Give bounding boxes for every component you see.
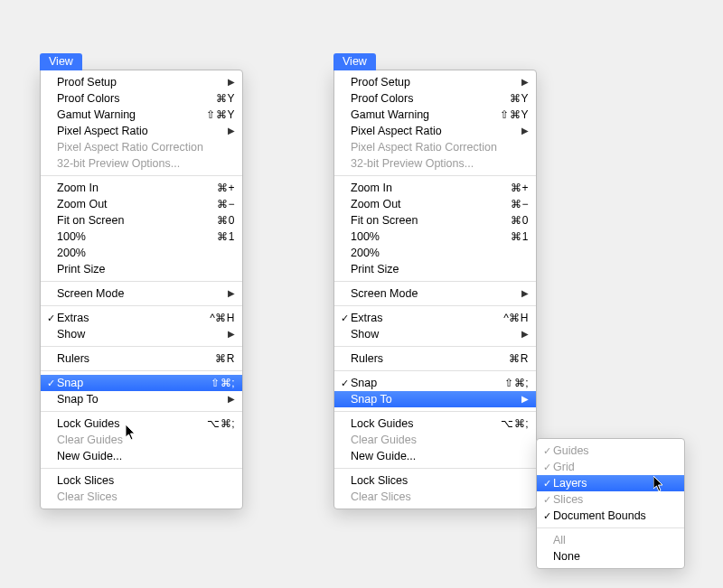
menu-item-zoom-200[interactable]: 200%: [41, 245, 242, 261]
menu-item-label: Zoom Out: [351, 196, 496, 212]
menu-item-show[interactable]: Show▶: [41, 326, 242, 342]
menu-item-pixel-aspect-ratio[interactable]: Pixel Aspect Ratio▶: [41, 123, 242, 139]
menu-separator: [41, 370, 242, 371]
menu-item-show[interactable]: Show▶: [334, 326, 536, 342]
menu-shortcut: ⌘0: [202, 212, 235, 229]
menu-item-zoom-out[interactable]: Zoom Out⌘−: [41, 196, 242, 212]
menu-separator: [334, 468, 536, 469]
menu-item-lock-guides[interactable]: Lock Guides⌥⌘;: [334, 415, 536, 432]
menu-shortcut: ⇧⌘;: [496, 375, 529, 391]
check-icon: ✓: [338, 375, 351, 391]
menu-item-label: Guides: [553, 443, 677, 459]
menu-item-zoom-in[interactable]: Zoom In⌘+: [334, 180, 536, 196]
menu-shortcut: ⌘Y: [496, 90, 529, 107]
check-icon: ✓: [540, 459, 553, 475]
menu-item-rulers[interactable]: Rulers⌘R: [334, 350, 536, 367]
menu-item-label: Snap To: [351, 391, 516, 407]
menu-item-label: Pixel Aspect Ratio Correction: [351, 139, 529, 155]
check-icon: ✓: [540, 508, 553, 524]
menu-item-clear-guides: Clear Guides: [334, 432, 536, 448]
menu-separator: [41, 305, 242, 306]
menu-item-label: Clear Slices: [57, 489, 235, 505]
menu-item-proof-colors[interactable]: Proof Colors⌘Y: [41, 90, 242, 107]
snap-to-submenu[interactable]: ✓Guides✓Grid✓Layers✓Slices✓Document Boun…: [536, 438, 685, 569]
menu-item-label: Snap To: [57, 391, 222, 407]
menu-item-print-size[interactable]: Print Size: [41, 261, 242, 277]
menu-item-label: None: [553, 548, 677, 565]
menu-item-lock-slices[interactable]: Lock Slices: [334, 472, 536, 489]
menu-separator: [41, 346, 242, 347]
menu-shortcut: ^⌘H: [202, 310, 235, 326]
menu-item-gamut-warning[interactable]: Gamut Warning⇧⌘Y: [41, 107, 242, 123]
menu-item-proof-setup[interactable]: Proof Setup▶: [334, 74, 536, 90]
menu-item-snap-slices: ✓Slices: [537, 491, 684, 508]
chevron-right-icon: ▶: [222, 74, 235, 90]
menu-item-zoom-in[interactable]: Zoom In⌘+: [41, 180, 242, 196]
menu-item-label: 100%: [57, 229, 202, 245]
menu-separator: [41, 468, 242, 469]
menu-separator: [334, 305, 536, 306]
chevron-right-icon: ▶: [516, 285, 529, 302]
chevron-right-icon: ▶: [222, 123, 235, 139]
menu-item-screen-mode[interactable]: Screen Mode▶: [41, 285, 242, 302]
menu-shortcut: ⌥⌘;: [202, 415, 235, 432]
menu-item-label: New Guide...: [351, 448, 529, 464]
menu-item-snap-none[interactable]: None: [537, 548, 684, 565]
menu-item-label: Proof Setup: [351, 74, 516, 90]
menu-separator: [41, 411, 242, 412]
menu-item-screen-mode[interactable]: Screen Mode▶: [334, 285, 536, 302]
menu-item-snap[interactable]: ✓Snap⇧⌘;: [334, 375, 536, 391]
menu-item-extras[interactable]: ✓Extras^⌘H: [41, 310, 242, 326]
view-menu-left[interactable]: View Proof Setup▶Proof Colors⌘YGamut War…: [40, 70, 243, 509]
menu-item-label: Lock Slices: [351, 472, 529, 489]
menu-item-rulers[interactable]: Rulers⌘R: [41, 350, 242, 367]
menu-item-label: Fit on Screen: [57, 212, 202, 229]
menu-item-snap-guides: ✓Guides: [537, 443, 684, 459]
menu-separator: [41, 281, 242, 282]
menu-item-snap-layers[interactable]: ✓Layers: [537, 475, 684, 491]
check-icon: ✓: [540, 491, 553, 508]
menu-item-label: Document Bounds: [553, 508, 677, 524]
menu-item-new-guide[interactable]: New Guide...: [41, 448, 242, 464]
menu-item-fit-on-screen[interactable]: Fit on Screen⌘0: [334, 212, 536, 229]
menu-item-clear-guides: Clear Guides: [41, 432, 242, 448]
menu-item-zoom-out[interactable]: Zoom Out⌘−: [334, 196, 536, 212]
menu-item-label: Proof Colors: [57, 90, 202, 107]
check-icon: ✓: [338, 310, 351, 326]
menu-item-lock-slices[interactable]: Lock Slices: [41, 472, 242, 489]
menu-item-zoom-100[interactable]: 100%⌘1: [334, 229, 536, 245]
menu-shortcut: ^⌘H: [496, 310, 529, 326]
menu-item-label: 32-bit Preview Options...: [351, 155, 529, 172]
menu-item-extras[interactable]: ✓Extras^⌘H: [334, 310, 536, 326]
menu-item-zoom-200[interactable]: 200%: [334, 245, 536, 261]
menu-item-label: Zoom Out: [57, 196, 202, 212]
menu-item-label: Screen Mode: [351, 285, 516, 302]
view-menu-right[interactable]: View Proof Setup▶Proof Colors⌘YGamut War…: [333, 70, 537, 509]
menu-item-proof-setup[interactable]: Proof Setup▶: [41, 74, 242, 90]
menu-item-pixel-aspect-correction: Pixel Aspect Ratio Correction: [41, 139, 242, 155]
menu-item-clear-slices: Clear Slices: [334, 489, 536, 505]
menu-item-snap-to[interactable]: Snap To▶: [334, 391, 536, 407]
menu-title[interactable]: View: [333, 53, 376, 70]
menu-item-fit-on-screen[interactable]: Fit on Screen⌘0: [41, 212, 242, 229]
menu-item-lock-guides[interactable]: Lock Guides⌥⌘;: [41, 415, 242, 432]
check-icon: ✓: [44, 310, 57, 326]
menu-item-print-size[interactable]: Print Size: [334, 261, 536, 277]
menu-separator: [334, 175, 536, 176]
menu-item-snap-to[interactable]: Snap To▶: [41, 391, 242, 407]
chevron-right-icon: ▶: [222, 285, 235, 302]
menu-item-snap-doc-bounds[interactable]: ✓Document Bounds: [537, 508, 684, 524]
menu-item-snap[interactable]: ✓Snap⇧⌘;: [41, 375, 242, 391]
chevron-right-icon: ▶: [516, 74, 529, 90]
menu-item-pixel-aspect-ratio[interactable]: Pixel Aspect Ratio▶: [334, 123, 536, 139]
menu-title[interactable]: View: [40, 53, 82, 70]
menu-item-label: Clear Guides: [57, 432, 235, 448]
menu-item-new-guide[interactable]: New Guide...: [334, 448, 536, 464]
menu-item-zoom-100[interactable]: 100%⌘1: [41, 229, 242, 245]
menu-item-proof-colors[interactable]: Proof Colors⌘Y: [334, 90, 536, 107]
menu-item-label: Print Size: [57, 261, 235, 277]
check-icon: ✓: [44, 375, 57, 391]
menu-item-gamut-warning[interactable]: Gamut Warning⇧⌘Y: [334, 107, 536, 123]
menu-separator: [334, 281, 536, 282]
menu-shortcut: ⌘R: [496, 350, 529, 367]
